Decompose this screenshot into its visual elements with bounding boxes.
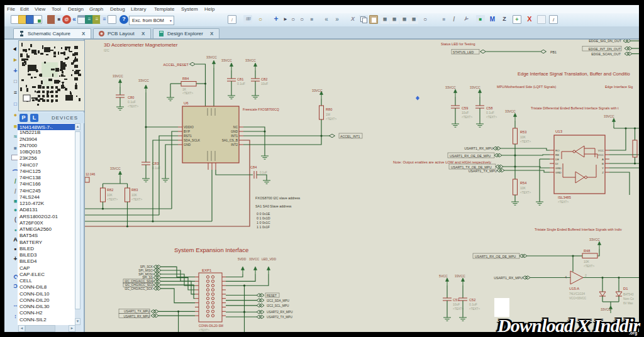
svg-text:10K: 10K xyxy=(584,260,590,263)
svg-text:33VCC: 33VCC xyxy=(445,86,456,89)
svg-text:GND: GND xyxy=(555,171,562,174)
svg-text:6V Max: 6V Max xyxy=(623,302,633,305)
svg-text:5VDD: 5VDD xyxy=(238,257,247,261)
svg-text:10K: 10K xyxy=(520,186,526,190)
svg-text:GND: GND xyxy=(231,130,238,133)
svg-text:Nom Co: Nom Co xyxy=(623,297,634,301)
svg-text:33VCC: 33VCC xyxy=(249,257,260,261)
svg-text:SPI_MISO: SPI_MISO xyxy=(138,269,153,272)
svg-text:Y: Y xyxy=(602,167,604,170)
svg-text:<TEXT>: <TEXT> xyxy=(326,118,336,121)
svg-text:RO: RO xyxy=(555,149,560,152)
svg-text:C80: C80 xyxy=(128,96,134,99)
svg-text:33VCC: 33VCC xyxy=(245,58,256,62)
svg-text:<TEXT>: <TEXT> xyxy=(520,140,531,143)
svg-text:MPU/Motherboard Side (LQFT Sig: MPU/Motherboard Side (LQFT Signals) xyxy=(497,85,556,89)
svg-text:R84: R84 xyxy=(182,77,189,80)
svg-text:USART1_RX_MPU: USART1_RX_MPU xyxy=(464,146,493,150)
svg-text:<TEXT>: <TEXT> xyxy=(131,198,142,201)
svg-text:NC: NC xyxy=(233,125,238,129)
svg-text:Edge Interface Sig: Edge Interface Sig xyxy=(605,85,633,89)
svg-text:1M: 1M xyxy=(326,113,330,116)
svg-text:10uF: 10uF xyxy=(462,111,469,114)
svg-text:R48: R48 xyxy=(584,249,590,253)
svg-text:VDDIO: VDDIO xyxy=(184,125,194,129)
svg-text:33VCC: 33VCC xyxy=(470,86,480,89)
svg-text:I2C2_SCL_MPU: I2C2_SCL_MPU xyxy=(267,304,289,307)
svg-text:10uF: 10uF xyxy=(261,82,268,86)
svg-text:12.046: 12.046 xyxy=(86,172,96,176)
svg-text:SA1 SA0 Slave address: SA1 SA0 Slave address xyxy=(255,204,292,208)
svg-text:Edge Interface Signal Translat: Edge Interface Signal Translation, Buffe… xyxy=(518,71,630,77)
svg-text:VCC: VCC xyxy=(598,153,604,157)
svg-text:33VCC: 33VCC xyxy=(601,307,611,311)
svg-text:EDGE_INT_DN_OUT: EDGE_INT_DN_OUT xyxy=(589,47,621,51)
svg-text:RE: RE xyxy=(555,153,559,157)
svg-text:DE: DE xyxy=(555,158,559,161)
svg-text:STATUS_LED: STATUS_LED xyxy=(453,50,474,54)
svg-text:RESET: RESET xyxy=(267,294,277,297)
svg-text:33VCC: 33VCC xyxy=(110,167,121,170)
svg-text:<TEXT>: <TEXT> xyxy=(128,105,138,108)
svg-text:U13: U13 xyxy=(555,130,563,133)
svg-text:I2C2_SDA_MPU: I2C2_SDA_MPU xyxy=(267,299,290,302)
svg-text:33VCC: 33VCC xyxy=(113,74,123,78)
svg-text:BYP: BYP xyxy=(184,130,191,133)
svg-text:EDGE_SIG_DN_OUT: EDGE_SIG_DN_OUT xyxy=(589,40,622,43)
svg-text:Tristate Single Ended Buffered: Tristate Single Ended Buffered Interface… xyxy=(535,228,622,231)
svg-text:System Expansion Interface: System Expansion Interface xyxy=(174,246,248,253)
svg-text:<TEXT>: <TEXT> xyxy=(558,201,569,204)
svg-text:33VCC: 33VCC xyxy=(206,55,217,59)
svg-text:R80: R80 xyxy=(326,108,332,111)
svg-text:SA1_CS_B: SA1_CS_B xyxy=(222,138,238,142)
svg-text:<TEXT>: <TEXT> xyxy=(453,307,464,311)
svg-text:<TEXT>: <TEXT> xyxy=(520,191,531,194)
svg-text:USART1_RX_OE_DE_MPU: USART1_RX_OE_DE_MPU xyxy=(475,255,516,258)
svg-text:I2C_CHG/ACC_SCL: I2C_CHG/ACC_SCL xyxy=(125,284,153,287)
svg-text:SPI_SS: SPI_SS xyxy=(142,276,153,279)
svg-text:0 0 0x1E: 0 0 0x1E xyxy=(257,212,270,216)
svg-text:U15:A: U15:A xyxy=(569,287,579,290)
svg-text:R83: R83 xyxy=(131,188,138,192)
svg-text:INT1: INT1 xyxy=(231,134,238,138)
svg-text:Freescale FXOS8700CQ: Freescale FXOS8700CQ xyxy=(243,108,279,111)
svg-text:33VCC: 33VCC xyxy=(455,274,465,278)
svg-text:D1: D1 xyxy=(623,287,628,290)
svg-text:SPI_SCK: SPI_SCK xyxy=(140,265,153,268)
svg-text:FXOS8700 I2C slave address: FXOS8700 I2C slave address xyxy=(255,196,301,200)
svg-text:B: B xyxy=(602,162,604,165)
svg-text:<TEXT>: <TEXT> xyxy=(199,329,209,332)
svg-text:A: A xyxy=(602,158,604,161)
svg-text:USART1_RX_MPU: USART1_RX_MPU xyxy=(124,315,150,318)
svg-text:C81: C81 xyxy=(237,77,243,81)
svg-text:USART1_RX_MPU: USART1_RX_MPU xyxy=(494,276,523,280)
svg-text:4: 4 xyxy=(565,275,567,279)
svg-text:EDGE_SCAN_OUT: EDGE_SCAN_OUT xyxy=(591,52,621,56)
svg-text:EXP1: EXP1 xyxy=(202,268,212,272)
svg-text:1 0 0x1C: 1 0 0x1C xyxy=(257,221,270,224)
svg-text:C59: C59 xyxy=(462,106,468,110)
svg-text:<TEXT>: <TEXT> xyxy=(469,307,480,311)
svg-text:0.1uF: 0.1uF xyxy=(128,100,136,104)
svg-text:10K: 10K xyxy=(520,135,526,139)
svg-text:<TEXT>: <TEXT> xyxy=(107,198,118,201)
svg-text:ISL3485: ISL3485 xyxy=(558,196,571,199)
svg-text:RST1: RST1 xyxy=(184,134,192,138)
svg-text:GND: GND xyxy=(184,143,191,146)
svg-text:VCC=33VCC: VCC=33VCC xyxy=(569,297,587,300)
svg-text:R53: R53 xyxy=(520,130,526,134)
svg-text:Tristate Differential Ended Bu: Tristate Differential Ended Buffered Int… xyxy=(531,106,619,110)
svg-text:10K: 10K xyxy=(107,193,113,197)
svg-text:USART2_TX_MPU: USART2_TX_MPU xyxy=(267,316,292,319)
svg-text:SPI_MOSI: SPI_MOSI xyxy=(138,273,153,276)
svg-text:SDA_SCLK: SDA_SCLK xyxy=(184,138,201,142)
svg-text:1 1 0x1F: 1 1 0x1F xyxy=(257,225,270,229)
svg-text:0.1uF: 0.1uF xyxy=(237,82,245,86)
svg-text:33VCC: 33VCC xyxy=(312,89,323,92)
svg-text:C52: C52 xyxy=(469,298,475,302)
svg-text:0.1uF: 0.1uF xyxy=(486,111,494,114)
svg-text:<TEXT>: <TEXT> xyxy=(584,265,594,268)
svg-text:<TEXT>: <TEXT> xyxy=(462,116,472,119)
svg-text:3D Accelerometer Magnetometer: 3D Accelerometer Magnetometer xyxy=(104,42,178,48)
svg-text:0 1 0x1D: 0 1 0x1D xyxy=(257,216,270,220)
